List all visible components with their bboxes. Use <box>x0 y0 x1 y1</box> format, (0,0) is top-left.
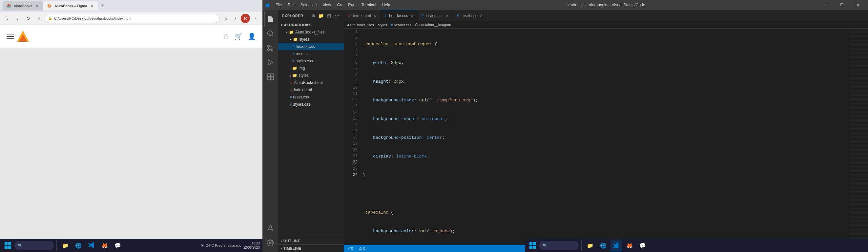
tree-item-styles-css[interactable]: # styles.css <box>278 57 344 65</box>
taskbar-app-files-2[interactable]: 📁 <box>584 240 596 251</box>
tab-alurabooks[interactable]: 📚 AluraBooks ✕ <box>3 1 43 10</box>
forward-button[interactable]: › <box>13 14 22 23</box>
vscode-titlebar: File Edit Selection View Go Run Terminal… <box>262 0 868 10</box>
taskbar-app-vscode-2[interactable] <box>611 240 622 251</box>
home-button[interactable]: ⌂ <box>34 14 43 23</box>
line-num-19: 19 <box>346 141 358 147</box>
breadcrumb-styles[interactable]: styles <box>378 23 387 27</box>
menu-terminal[interactable]: Terminal <box>359 0 378 10</box>
minimize-button[interactable]: — <box>819 0 834 10</box>
editor-tab-reset-css[interactable]: # reset.css × <box>453 10 487 21</box>
menu-help[interactable]: Help <box>379 0 393 10</box>
refresh-button[interactable]: ↻ <box>24 14 33 23</box>
code-editor[interactable]: 1 2 3 4 5 6 7 8 9 10 11 12 13 14 15 16 1 <box>344 29 868 245</box>
root-folder-header[interactable]: ▾ ALURABOOKS <box>278 21 344 29</box>
tree-item-styles-css-2[interactable]: # styles.css <box>278 101 344 108</box>
token: var <box>419 228 427 234</box>
tab-close-icon[interactable]: × <box>374 13 376 19</box>
cart-icon[interactable]: 🛒 <box>234 32 242 40</box>
taskbar-app-edge-2[interactable]: 🌐 <box>597 240 609 251</box>
taskbar-search[interactable]: 🔍 <box>14 241 54 250</box>
taskbar-app-firefox[interactable]: 🦊 <box>99 240 111 251</box>
tree-item-styles-folder2[interactable]: › 📁 styles <box>278 72 344 79</box>
activity-debug[interactable] <box>264 56 277 69</box>
activity-search[interactable] <box>264 27 277 40</box>
close-button[interactable]: ✕ <box>850 0 865 10</box>
taskbar-app-files[interactable]: 📁 <box>59 240 71 251</box>
svg-point-4 <box>268 45 270 47</box>
taskbar-app-vscode[interactable] <box>86 240 97 251</box>
new-folder-button[interactable]: 📁 <box>318 13 324 19</box>
svg-rect-9 <box>267 77 270 80</box>
activity-git[interactable] <box>264 41 277 55</box>
statusbar-errors[interactable]: ⚠ 0 <box>358 245 366 252</box>
tree-item-header-css[interactable]: # header.css <box>278 43 344 50</box>
outline-header[interactable]: › OUTLINE <box>278 237 344 245</box>
root-folder-label: ALURABOOKS <box>284 23 312 27</box>
bookmark-star-button[interactable]: ☆ <box>221 14 230 23</box>
new-tab-button[interactable]: + <box>98 1 107 10</box>
tree-item-index-html[interactable]: ◇ index.html <box>278 86 344 94</box>
profile-menu-button[interactable]: ⋮ <box>231 14 240 23</box>
new-file-button[interactable]: ⊕ <box>310 13 316 19</box>
tab-close-icon[interactable]: × <box>480 13 483 19</box>
profile-avatar[interactable]: R <box>241 14 250 23</box>
tab-close-1[interactable]: ✕ <box>35 4 39 8</box>
editor-tab-styles-css[interactable]: # styles.css × <box>417 10 453 21</box>
tree-item-img-folder[interactable]: › 📁 img <box>278 65 344 72</box>
wishlist-icon[interactable]: ♡ <box>223 32 229 40</box>
tab-close-icon[interactable]: × <box>411 13 413 19</box>
address-bar[interactable]: 🔒 C:/Users/PC/Desktop/dev/alurabooks/ind… <box>44 14 220 23</box>
line-num-21: 21 <box>346 153 358 159</box>
tree-item-reset-css[interactable]: # reset.css <box>278 50 344 57</box>
tree-item-alurabooks-html[interactable]: ◇ AluraBooks.html <box>278 79 344 86</box>
back-button[interactable]: ‹ <box>3 14 12 23</box>
line-num-13: 13 <box>346 103 358 109</box>
file-label: AluraBooks.html <box>294 81 322 85</box>
more-options-button[interactable]: ⋯ <box>334 13 340 19</box>
activity-account[interactable] <box>264 222 277 235</box>
site-logo <box>6 30 30 43</box>
vscode-title-text: header.css - alurabooks - Visual Studio … <box>566 3 645 7</box>
account-icon <box>267 225 274 232</box>
breadcrumb-header-css[interactable]: # header.css <box>391 23 411 27</box>
folder-label: AluraBooks_files <box>295 30 324 34</box>
css-file-icon: # <box>290 95 292 99</box>
tab-close-2[interactable]: ✕ <box>90 4 94 8</box>
taskbar-app-firefox-2[interactable]: 🦊 <box>624 240 636 251</box>
tree-item-styles-folder[interactable]: ▾ 📁 styles <box>278 36 344 43</box>
code-content[interactable]: .cabecalho__menu-hamburguer { width: 24p… <box>360 29 850 245</box>
start-button[interactable] <box>3 240 13 251</box>
editor-tab-header-css[interactable]: # header.css × <box>380 10 417 21</box>
taskbar-app-edge[interactable]: 🌐 <box>72 240 84 251</box>
statusbar-git[interactable]: ⑂ 0 <box>346 245 354 252</box>
menu-selection[interactable]: Selection <box>298 0 319 10</box>
timeline-header[interactable]: › TIMELINE <box>278 245 344 252</box>
collapse-all-button[interactable]: ⊟ <box>326 13 332 19</box>
maximize-button[interactable]: ☐ <box>835 0 849 10</box>
menu-file[interactable]: File <box>273 0 284 10</box>
menu-run[interactable]: Run <box>345 0 358 10</box>
svg-point-5 <box>268 49 270 51</box>
user-icon[interactable]: 👤 <box>248 32 256 40</box>
activity-extensions[interactable] <box>264 70 277 83</box>
menu-edit[interactable]: Edit <box>285 0 297 10</box>
taskbar-app-discord-2[interactable]: 💬 <box>637 240 649 251</box>
tree-item-reset-css-2[interactable]: # reset.css <box>278 94 344 101</box>
vscode-taskbar-search[interactable]: 🔍 <box>539 241 579 250</box>
taskbar-app-discord[interactable]: 💬 <box>112 240 124 251</box>
activity-explorer[interactable] <box>264 12 277 26</box>
menu-go[interactable]: Go <box>334 0 345 10</box>
vscode-start-button[interactable] <box>527 240 538 251</box>
editor-tab-index-html[interactable]: ◇ index.html × <box>344 10 380 21</box>
tab-figma[interactable]: 🎨 AluraBooks – Figma ✕ <box>43 1 98 10</box>
hamburger-menu-icon[interactable] <box>6 34 14 39</box>
tree-item-alurabooks-files[interactable]: ▾ 📁 AluraBooks_files <box>278 29 344 36</box>
tab-close-icon[interactable]: × <box>446 13 448 19</box>
activity-settings[interactable] <box>264 236 277 249</box>
extensions-button[interactable]: ⋮ <box>251 14 260 23</box>
menu-view[interactable]: View <box>320 0 334 10</box>
breadcrumb-container-imagem[interactable]: ⬡ container__imagem <box>415 23 451 27</box>
search-icon: 🔍 <box>542 244 547 248</box>
breadcrumb-alurabooks-files[interactable]: AluraBooks_files <box>347 23 374 27</box>
